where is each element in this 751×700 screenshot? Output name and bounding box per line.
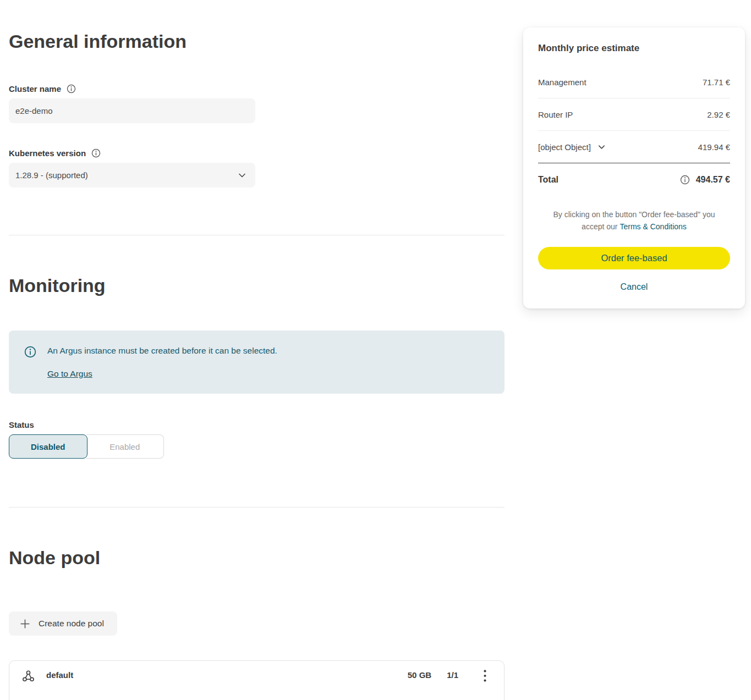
node-pool-icon <box>21 669 35 683</box>
order-disclaimer: By clicking on the button "Order fee-bas… <box>538 209 730 233</box>
kubernetes-version-label: Kubernetes version <box>9 148 86 158</box>
chevron-down-icon[interactable] <box>597 143 606 151</box>
kubernetes-version-select[interactable]: 1.28.9 - (supported) <box>9 163 255 188</box>
cluster-name-field: Cluster name <box>9 84 505 123</box>
price-row-router-ip: Router IP 2.92 € <box>538 98 730 131</box>
kubernetes-version-value: 1.28.9 - (supported) <box>15 170 88 180</box>
price-row-value: 2.92 € <box>707 110 730 119</box>
create-node-pool-label: Create node pool <box>39 619 104 629</box>
price-row-value: 419.94 € <box>698 142 730 152</box>
node-pool-name: default <box>46 669 73 682</box>
chevron-down-icon <box>238 171 246 180</box>
cluster-name-label: Cluster name <box>9 84 61 93</box>
cluster-name-label-row: Cluster name <box>9 84 505 93</box>
cluster-name-input[interactable] <box>9 98 255 123</box>
create-node-pool-button[interactable]: Create node pool <box>9 611 117 636</box>
order-fee-based-button[interactable]: Order fee-based <box>538 247 730 269</box>
info-icon[interactable] <box>67 84 76 93</box>
node-pool-size: 50 GB <box>408 669 431 682</box>
price-row-label: Router IP <box>538 110 573 119</box>
price-row-management: Management 71.71 € <box>538 66 730 98</box>
info-icon[interactable] <box>91 148 101 158</box>
total-value: 494.57 € <box>696 175 730 185</box>
price-row-label: [object Object] <box>538 142 591 152</box>
status-label: Status <box>9 420 505 429</box>
node-pool-count: 1/1 <box>447 669 458 682</box>
terms-and-conditions-link[interactable]: Terms & Conditions <box>620 222 686 231</box>
kubernetes-version-label-row: Kubernetes version <box>9 148 505 158</box>
total-value-group: 494.57 € <box>680 175 730 185</box>
disclaimer-line-2-prefix: accept our <box>582 222 617 231</box>
info-icon <box>24 346 36 379</box>
general-information-title: General information <box>9 31 505 52</box>
price-row-label-group: [object Object] <box>538 142 606 152</box>
info-icon[interactable] <box>680 175 690 185</box>
status-toggle: Disabled Enabled <box>9 434 164 459</box>
kebab-menu-icon[interactable] <box>484 670 486 682</box>
monitoring-title: Monitoring <box>9 275 505 296</box>
kubernetes-version-field: Kubernetes version 1.28.9 - (supported) <box>9 148 505 188</box>
node-pool-title: Node pool <box>9 547 505 569</box>
price-row-value: 71.71 € <box>703 78 730 87</box>
price-estimate-card: Monthly price estimate Management 71.71 … <box>523 27 745 308</box>
total-label: Total <box>538 175 558 185</box>
plus-icon <box>20 619 30 629</box>
section-divider <box>9 507 505 508</box>
section-divider <box>9 235 505 235</box>
price-rows: Management 71.71 € Router IP 2.92 € [obj… <box>538 66 730 163</box>
price-row-label: Management <box>538 78 586 87</box>
price-row-object: [object Object] 419.94 € <box>538 131 730 163</box>
node-pool-row[interactable]: default 50 GB 1/1 <box>9 660 505 700</box>
price-total-row: Total 494.57 € <box>538 163 730 196</box>
alert-message: An Argus instance must be created before… <box>47 345 277 357</box>
status-option-enabled[interactable]: Enabled <box>86 434 165 459</box>
main-content: General information Cluster name Kuberne… <box>9 0 505 700</box>
cancel-button[interactable]: Cancel <box>538 282 730 292</box>
status-option-disabled[interactable]: Disabled <box>9 434 87 459</box>
go-to-argus-link[interactable]: Go to Argus <box>47 369 92 379</box>
alert-body: An Argus instance must be created before… <box>47 345 277 379</box>
disclaimer-line-1: By clicking on the button "Order fee-bas… <box>553 210 715 219</box>
argus-info-alert: An Argus instance must be created before… <box>9 330 505 394</box>
price-card-title: Monthly price estimate <box>538 43 730 54</box>
